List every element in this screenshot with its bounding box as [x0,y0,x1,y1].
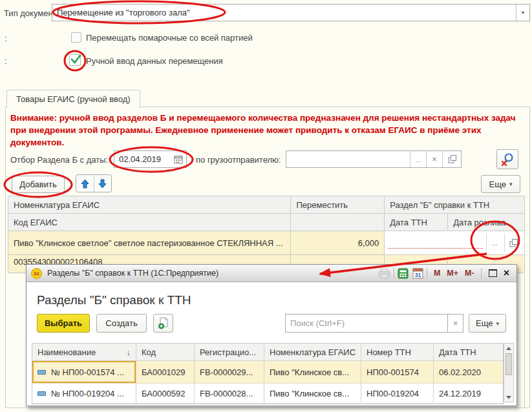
popup-more-button[interactable]: Еще ▾ [469,314,506,333]
tab-egais-manual[interactable]: Товары ЕГАИС (ручной ввод) [6,90,140,108]
doc-type-combobox[interactable]: Перемещение из "торгового зала" ▼ [52,4,530,21]
checkbox-batch-label[interactable]: Перемещать помарочные со всей партией [86,33,253,43]
col-move[interactable]: Переместить [291,196,385,214]
move-down-button[interactable] [94,175,112,192]
search-clear-button[interactable]: × [447,314,463,333]
required-field-underline [388,248,483,249]
popup-row2-name: № НП00-019204 ... [51,389,124,398]
popup-col-name[interactable]: Наименование ↓ [32,344,136,360]
popup-row1-nomenclature[interactable]: Пиво "Клинское св... [264,361,361,383]
section-b-choose-button[interactable]: ... [487,231,502,254]
checkmark-icon [70,54,83,65]
scrollbar-up-icon [506,347,511,350]
memory-m-plus-button[interactable]: M+ [443,269,462,278]
move-buttons-group [76,174,112,192]
calendar-icon[interactable] [174,155,183,164]
pick-search-button[interactable] [496,149,518,169]
popup-more-label: Еще [476,318,493,328]
goods-quantity-cell[interactable]: 6,000 [291,231,385,255]
list-item-icon [37,391,46,396]
more-button-main[interactable]: Еще ▾ [481,175,520,193]
filter-consignor-input[interactable]: ... × [286,150,462,168]
create-button[interactable]: Создать [96,314,147,333]
popup-col-ttn-number[interactable]: Номер ТТН [361,344,434,360]
titlebar-separator [427,268,427,278]
popup-row2-registration[interactable]: FB-0000028... [195,384,264,403]
checkbox-manual-label[interactable]: Ручной ввод данных перемещения [86,56,223,66]
doc-type-dropdown-button[interactable]: ▼ [516,5,529,21]
add-button-label: Добавить [19,180,56,189]
checkbox-batch[interactable] [71,32,81,43]
filter-date-value: 02.04.2019 [119,154,161,164]
popup-row1-code[interactable]: БА0001029 [136,361,195,383]
scrollbar-up-button[interactable] [504,344,513,353]
popup-col-nomenclature[interactable]: Номенклатура ЕГАИС [264,344,361,360]
create-button-label: Создать [105,318,137,328]
col-code[interactable]: Код ЕГАИС [8,214,291,231]
col-ttn-date[interactable]: Дата ТТН [385,214,448,231]
goods-table: Номенклатура ЕГАИС Переместить Раздел "Б… [8,196,525,273]
close-button[interactable]: × [501,268,512,278]
goods-row-name[interactable]: Пиво "Клинское светлое" светлое пастериз… [8,231,525,255]
popup-table: Наименование ↓ Код Регистрацио... Номенк… [32,343,504,404]
popup-row1-ttn-number[interactable]: НП00-001574 [361,361,434,383]
popup-row1-ttn-date[interactable]: 06.02.2020 [434,361,502,383]
consignor-open-button[interactable] [442,151,461,167]
filter-date-input[interactable]: 02.04.2019 [114,150,187,168]
goods-name-cell[interactable]: Пиво "Клинское светлое" светлое пастериз… [8,231,291,255]
consignor-choose-button[interactable]: ... [410,151,426,167]
popup-row-selected[interactable]: № НП00-001574 ... БА0001029 FB-0000029..… [32,361,503,384]
popup-table-scrollbar[interactable] [504,343,514,402]
popup-row1-name: № НП00-001574 ... [51,367,124,377]
popup-col-registration[interactable]: Регистрацио... [195,344,264,360]
memory-m-button[interactable]: M [431,269,443,278]
move-up-button[interactable] [76,175,94,192]
popup-titlebar[interactable]: 1с Разделы "Б" справок к ТТН (1С:Предпри… [27,265,516,282]
add-button[interactable]: Добавить [12,176,65,193]
popup-col-ttn-date[interactable]: Дата ТТН [434,344,502,360]
popup-row2-ttn-date[interactable]: 24.12.2019 [434,384,502,403]
popup-row1-name-cell[interactable]: № НП00-001574 ... [32,361,136,383]
calculator-icon[interactable] [398,268,409,279]
popup-heading: Разделы "Б" справок к ТТН [37,293,191,307]
chevron-down-icon: ▾ [509,181,513,187]
filter-consignor-value [286,151,410,167]
new-document-icon [158,317,169,329]
doc-type-value: Перемещение из "торгового зала" [57,8,190,17]
consignor-clear-button[interactable]: × [426,151,442,167]
row-label-colon-1: : [5,34,7,43]
popup-row-2[interactable]: № НП00-019204 ... БА0000592 FB-0000028..… [32,384,503,404]
scrollbar-down-icon [506,396,511,399]
scrollbar-down-button[interactable] [504,393,513,402]
more-button-label: Еще [489,180,506,189]
popup-row2-nomenclature[interactable]: Пиво "Клинское св... [264,384,361,403]
print-icon[interactable] [378,269,390,278]
popup-col-code[interactable]: Код [136,344,195,360]
create-by-copy-button[interactable] [153,314,173,333]
search-input[interactable] [286,314,447,332]
col-section-b[interactable]: Раздел "Б" справки к ТТН [385,196,525,214]
goods-section-b-editor[interactable]: ... [385,231,525,255]
select-button[interactable]: Выбрать [37,314,90,333]
col-nomenclature[interactable]: Номенклатура ЕГАИС [8,196,291,214]
warning-text: Внимание: ручной ввод разделов Б и перем… [10,112,522,149]
popup-row2-ttn-number[interactable]: НП00-019204 [361,384,434,403]
popup-row2-name-cell[interactable]: № НП00-019204 ... [32,384,136,403]
arrow-down-icon [98,179,107,189]
popup-row2-code[interactable]: БА0000592 [136,384,195,403]
section-b-open-button[interactable] [505,231,522,254]
checkbox-manual[interactable] [69,54,81,66]
maximize-button[interactable] [489,269,497,277]
popup-row1-registration[interactable]: FB-0000029... [195,361,264,383]
calendar-31-icon[interactable]: 31 [412,268,423,279]
form-right-divider [524,274,525,407]
popup-header-row: Наименование ↓ Код Регистрацио... Номенк… [32,344,503,361]
memory-m-minus-button[interactable]: M- [462,269,478,278]
chevron-down-icon: ▾ [496,320,499,327]
clear-icon: × [453,318,458,328]
popup-search-field[interactable] [285,314,448,333]
scrollbar-thumb[interactable] [505,353,512,375]
1c-logo-text: 1с [34,271,39,276]
col-bottling-date[interactable]: Дата розлива [448,214,525,231]
titlebar-separator [481,268,482,278]
